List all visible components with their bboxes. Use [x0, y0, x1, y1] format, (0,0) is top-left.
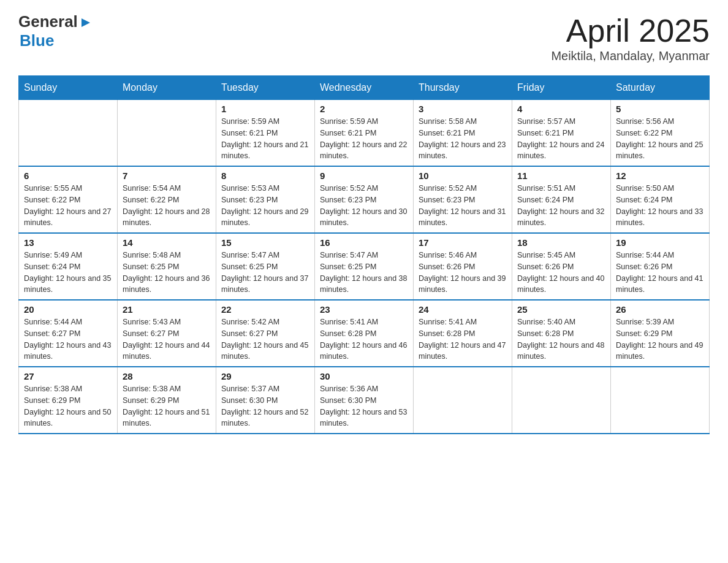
title-block: April 2025 Meiktila, Mandalay, Myanmar — [551, 12, 710, 63]
calendar-cell: 13Sunrise: 5:49 AMSunset: 6:24 PMDayligh… — [19, 233, 118, 300]
calendar-header-monday: Monday — [118, 76, 216, 100]
day-number: 26 — [616, 304, 704, 315]
calendar-cell: 4Sunrise: 5:57 AMSunset: 6:21 PMDaylight… — [512, 100, 611, 167]
day-info: Sunrise: 5:49 AMSunset: 6:24 PMDaylight:… — [24, 250, 112, 296]
calendar-cell: 30Sunrise: 5:36 AMSunset: 6:30 PMDayligh… — [315, 367, 414, 434]
day-number: 16 — [320, 237, 408, 248]
day-info: Sunrise: 5:59 AMSunset: 6:21 PMDaylight:… — [221, 116, 309, 162]
day-number: 3 — [419, 104, 507, 114]
day-number: 14 — [123, 237, 211, 248]
day-info: Sunrise: 5:44 AMSunset: 6:26 PMDaylight:… — [616, 250, 704, 296]
calendar-cell: 12Sunrise: 5:50 AMSunset: 6:24 PMDayligh… — [611, 166, 710, 233]
day-info: Sunrise: 5:47 AMSunset: 6:25 PMDaylight:… — [221, 250, 309, 296]
day-info: Sunrise: 5:46 AMSunset: 6:26 PMDaylight:… — [419, 250, 507, 296]
day-number: 2 — [320, 104, 408, 114]
day-info: Sunrise: 5:53 AMSunset: 6:23 PMDaylight:… — [221, 183, 309, 229]
day-info: Sunrise: 5:48 AMSunset: 6:25 PMDaylight:… — [123, 250, 211, 296]
day-info: Sunrise: 5:54 AMSunset: 6:22 PMDaylight:… — [123, 183, 211, 229]
calendar-cell: 1Sunrise: 5:59 AMSunset: 6:21 PMDaylight… — [216, 100, 315, 167]
calendar-cell: 26Sunrise: 5:39 AMSunset: 6:29 PMDayligh… — [611, 300, 710, 367]
page-subtitle: Meiktila, Mandalay, Myanmar — [551, 49, 710, 63]
calendar-cell: 23Sunrise: 5:41 AMSunset: 6:28 PMDayligh… — [315, 300, 414, 367]
day-info: Sunrise: 5:45 AMSunset: 6:26 PMDaylight:… — [517, 250, 605, 296]
calendar-cell: 15Sunrise: 5:47 AMSunset: 6:25 PMDayligh… — [216, 233, 315, 300]
calendar-cell: 20Sunrise: 5:44 AMSunset: 6:27 PMDayligh… — [19, 300, 118, 367]
day-number: 18 — [517, 237, 605, 248]
day-number: 6 — [24, 170, 112, 181]
day-number: 25 — [517, 304, 605, 315]
day-number: 28 — [123, 371, 211, 381]
day-number: 24 — [419, 304, 507, 315]
calendar-header-sunday: Sunday — [19, 76, 118, 100]
day-number: 21 — [123, 304, 211, 315]
day-number: 19 — [616, 237, 704, 248]
logo-blue: Blue — [20, 31, 54, 50]
calendar-cell: 19Sunrise: 5:44 AMSunset: 6:26 PMDayligh… — [611, 233, 710, 300]
day-info: Sunrise: 5:57 AMSunset: 6:21 PMDaylight:… — [517, 116, 605, 162]
calendar-table: SundayMondayTuesdayWednesdayThursdayFrid… — [18, 75, 710, 434]
calendar-cell: 9Sunrise: 5:52 AMSunset: 6:23 PMDaylight… — [315, 166, 414, 233]
day-number: 12 — [616, 170, 704, 181]
calendar-cell: 17Sunrise: 5:46 AMSunset: 6:26 PMDayligh… — [414, 233, 512, 300]
day-number: 8 — [221, 170, 309, 181]
day-number: 30 — [320, 371, 408, 381]
day-number: 5 — [616, 104, 704, 114]
day-info: Sunrise: 5:43 AMSunset: 6:27 PMDaylight:… — [123, 316, 211, 362]
calendar-cell: 5Sunrise: 5:56 AMSunset: 6:22 PMDaylight… — [611, 100, 710, 167]
day-info: Sunrise: 5:39 AMSunset: 6:29 PMDaylight:… — [616, 316, 704, 362]
calendar-week-row: 1Sunrise: 5:59 AMSunset: 6:21 PMDaylight… — [19, 100, 710, 167]
calendar-week-row: 6Sunrise: 5:55 AMSunset: 6:22 PMDaylight… — [19, 166, 710, 233]
day-info: Sunrise: 5:52 AMSunset: 6:23 PMDaylight:… — [419, 183, 507, 229]
calendar-cell: 27Sunrise: 5:38 AMSunset: 6:29 PMDayligh… — [19, 367, 118, 434]
day-info: Sunrise: 5:38 AMSunset: 6:29 PMDaylight:… — [123, 383, 211, 429]
day-info: Sunrise: 5:42 AMSunset: 6:27 PMDaylight:… — [221, 316, 309, 362]
logo-general: General — [18, 12, 78, 31]
day-number: 23 — [320, 304, 408, 315]
day-number: 10 — [419, 170, 507, 181]
calendar-cell: 8Sunrise: 5:53 AMSunset: 6:23 PMDaylight… — [216, 166, 315, 233]
calendar-cell: 10Sunrise: 5:52 AMSunset: 6:23 PMDayligh… — [414, 166, 512, 233]
calendar-week-row: 13Sunrise: 5:49 AMSunset: 6:24 PMDayligh… — [19, 233, 710, 300]
calendar-cell: 18Sunrise: 5:45 AMSunset: 6:26 PMDayligh… — [512, 233, 611, 300]
calendar-cell: 2Sunrise: 5:59 AMSunset: 6:21 PMDaylight… — [315, 100, 414, 167]
logo-triangle-icon — [79, 16, 93, 29]
day-info: Sunrise: 5:41 AMSunset: 6:28 PMDaylight:… — [419, 316, 507, 362]
page-title: April 2025 — [551, 12, 710, 49]
day-info: Sunrise: 5:40 AMSunset: 6:28 PMDaylight:… — [517, 316, 605, 362]
calendar-week-row: 27Sunrise: 5:38 AMSunset: 6:29 PMDayligh… — [19, 367, 710, 434]
logo: General Blue — [18, 12, 93, 50]
calendar-header-tuesday: Tuesday — [216, 76, 315, 100]
day-info: Sunrise: 5:50 AMSunset: 6:24 PMDaylight:… — [616, 183, 704, 229]
calendar-cell: 3Sunrise: 5:58 AMSunset: 6:21 PMDaylight… — [414, 100, 512, 167]
calendar-cell: 21Sunrise: 5:43 AMSunset: 6:27 PMDayligh… — [118, 300, 216, 367]
day-number: 15 — [221, 237, 309, 248]
calendar-cell: 28Sunrise: 5:38 AMSunset: 6:29 PMDayligh… — [118, 367, 216, 434]
day-info: Sunrise: 5:37 AMSunset: 6:30 PMDaylight:… — [221, 383, 309, 429]
calendar-header-friday: Friday — [512, 76, 611, 100]
page-header: General Blue April 2025 Meiktila, Mandal… — [18, 12, 710, 63]
day-number: 13 — [24, 237, 112, 248]
calendar-cell: 7Sunrise: 5:54 AMSunset: 6:22 PMDaylight… — [118, 166, 216, 233]
day-number: 17 — [419, 237, 507, 248]
calendar-header-row: SundayMondayTuesdayWednesdayThursdayFrid… — [19, 76, 710, 100]
day-number: 11 — [517, 170, 605, 181]
calendar-cell — [19, 100, 118, 167]
day-info: Sunrise: 5:59 AMSunset: 6:21 PMDaylight:… — [320, 116, 408, 162]
day-number: 20 — [24, 304, 112, 315]
day-info: Sunrise: 5:56 AMSunset: 6:22 PMDaylight:… — [616, 116, 704, 162]
day-info: Sunrise: 5:47 AMSunset: 6:25 PMDaylight:… — [320, 250, 408, 296]
day-number: 22 — [221, 304, 309, 315]
calendar-cell: 24Sunrise: 5:41 AMSunset: 6:28 PMDayligh… — [414, 300, 512, 367]
day-info: Sunrise: 5:44 AMSunset: 6:27 PMDaylight:… — [24, 316, 112, 362]
day-info: Sunrise: 5:51 AMSunset: 6:24 PMDaylight:… — [517, 183, 605, 229]
day-number: 27 — [24, 371, 112, 381]
day-info: Sunrise: 5:55 AMSunset: 6:22 PMDaylight:… — [24, 183, 112, 229]
day-info: Sunrise: 5:36 AMSunset: 6:30 PMDaylight:… — [320, 383, 408, 429]
day-info: Sunrise: 5:58 AMSunset: 6:21 PMDaylight:… — [419, 116, 507, 162]
calendar-cell — [512, 367, 611, 434]
day-number: 7 — [123, 170, 211, 181]
calendar-header-wednesday: Wednesday — [315, 76, 414, 100]
svg-marker-0 — [82, 18, 90, 27]
calendar-header-thursday: Thursday — [414, 76, 512, 100]
day-info: Sunrise: 5:41 AMSunset: 6:28 PMDaylight:… — [320, 316, 408, 362]
